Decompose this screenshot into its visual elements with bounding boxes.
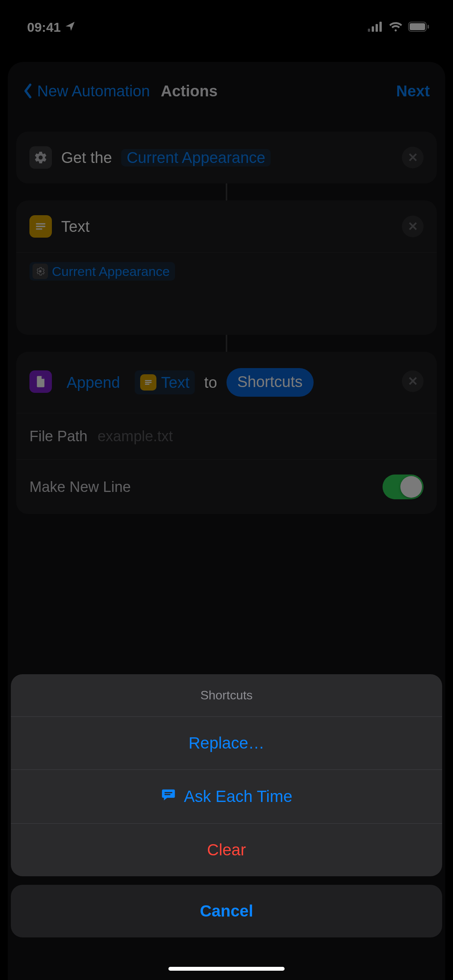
cellular-icon [368, 20, 383, 35]
action-card-append[interactable]: Append Text to Shortcuts ✕ File Path exa… [16, 352, 437, 514]
status-bar: 09:41 [0, 0, 453, 54]
remove-action-button[interactable]: ✕ [402, 147, 424, 168]
svg-rect-6 [427, 25, 429, 29]
text-action-body[interactable]: Current Appearance [16, 253, 437, 335]
connector-line [226, 183, 227, 200]
wifi-icon [389, 20, 403, 35]
text-action-icon [29, 215, 52, 238]
action-card-text[interactable]: Text ✕ Current Appearance [16, 200, 437, 335]
append-joiner: to [204, 370, 217, 394]
file-path-label: File Path [29, 428, 88, 445]
page-title: Actions [161, 82, 218, 100]
new-line-toggle[interactable] [383, 475, 424, 499]
sheet-option-replace[interactable]: Replace… [11, 716, 442, 769]
remove-action-button[interactable]: ✕ [402, 216, 424, 237]
back-label: New Automation [37, 82, 150, 100]
connector-line [226, 335, 227, 352]
svg-rect-0 [368, 29, 370, 32]
remove-action-button[interactable]: ✕ [402, 370, 424, 392]
sheet-option-ask[interactable]: Ask Each Time [11, 769, 442, 823]
new-line-label: Make New Line [29, 479, 131, 495]
close-icon: ✕ [408, 374, 418, 389]
new-line-row: Make New Line [16, 460, 437, 514]
variable-label: Current Appearance [52, 264, 170, 279]
appearance-token[interactable]: Current Appearance [121, 149, 271, 166]
chevron-left-icon [23, 83, 33, 99]
settings-app-icon [29, 146, 52, 169]
chat-bubble-icon [161, 787, 176, 806]
location-icon [65, 20, 76, 35]
svg-rect-2 [376, 24, 378, 32]
close-icon: ✕ [408, 219, 418, 234]
text-mini-icon [140, 374, 156, 391]
variable-chip-appearance[interactable]: Current Appearance [29, 262, 175, 281]
svg-rect-3 [379, 22, 382, 32]
sheet-option-clear[interactable]: Clear [11, 823, 442, 876]
action-sheet: Shortcuts Replace… Ask Each Time Clear C… [11, 674, 442, 937]
file-path-placeholder: example.txt [98, 428, 173, 445]
svg-rect-14 [165, 792, 172, 793]
status-icons [368, 20, 430, 35]
append-verb-token[interactable]: Append [61, 370, 125, 394]
status-time: 09:41 [27, 20, 61, 35]
gear-icon [33, 264, 48, 279]
svg-rect-1 [372, 26, 374, 32]
action-title: Text [61, 218, 89, 235]
home-indicator[interactable] [168, 967, 285, 971]
action-card-get-appearance[interactable]: Get the Current Appearance ✕ [16, 132, 437, 183]
next-button[interactable]: Next [396, 82, 430, 100]
destination-pill[interactable]: Shortcuts [226, 368, 314, 397]
svg-rect-5 [410, 23, 425, 30]
svg-rect-15 [165, 794, 170, 795]
files-action-icon [29, 370, 52, 393]
sheet-cancel-button[interactable]: Cancel [11, 885, 442, 937]
battery-icon [408, 20, 430, 35]
action-prefix: Get the [61, 149, 112, 166]
action-sheet-title: Shortcuts [11, 674, 442, 716]
svg-point-10 [39, 270, 42, 273]
back-button[interactable]: New Automation [23, 82, 150, 100]
append-input-token[interactable]: Text [135, 370, 195, 394]
close-icon: ✕ [408, 150, 418, 165]
file-path-row[interactable]: File Path example.txt [16, 413, 437, 459]
nav-bar: New Automation Actions Next [8, 62, 445, 120]
